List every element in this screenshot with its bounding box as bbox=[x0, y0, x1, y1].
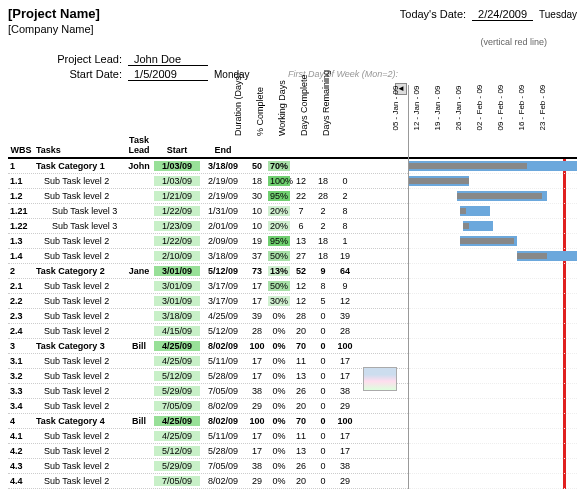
cell-duration[interactable]: 30 bbox=[246, 191, 268, 201]
cell-days-complete[interactable]: 0 bbox=[312, 311, 334, 321]
table-row[interactable]: 1.3Sub Task level 21/22/092/09/091995%13… bbox=[8, 234, 408, 249]
cell-duration[interactable]: 10 bbox=[246, 206, 268, 216]
table-row[interactable]: 3.1Sub Task level 24/25/095/11/09170%110… bbox=[8, 354, 408, 369]
cell-pct[interactable]: 0% bbox=[268, 401, 290, 411]
table-row[interactable]: 3Task Category 3Bill4/25/098/02/091000%7… bbox=[8, 339, 408, 354]
cell-days-complete[interactable]: 0 bbox=[312, 431, 334, 441]
cell-wbs[interactable]: 1.4 bbox=[8, 251, 34, 261]
cell-working[interactable]: 6 bbox=[290, 221, 312, 231]
cell-duration[interactable]: 18 bbox=[246, 176, 268, 186]
table-row[interactable]: 1Task Category 1John1/03/093/18/095070% bbox=[8, 159, 408, 174]
cell-days-remaining[interactable]: 17 bbox=[334, 446, 356, 456]
cell-start[interactable]: 7/05/09 bbox=[154, 401, 200, 411]
cell-days-remaining[interactable]: 1 bbox=[334, 236, 356, 246]
cell-end[interactable]: 3/17/09 bbox=[200, 296, 246, 306]
cell-wbs[interactable]: 4.4 bbox=[8, 476, 34, 486]
table-row[interactable]: 2.2Sub Task level 23/01/093/17/091730%12… bbox=[8, 294, 408, 309]
cell-days-complete[interactable]: 28 bbox=[312, 191, 334, 201]
table-row[interactable]: 2Task Category 2Jane3/01/095/12/097313%5… bbox=[8, 264, 408, 279]
cell-lead[interactable]: Bill bbox=[124, 341, 154, 351]
table-row[interactable]: 1.4Sub Task level 22/10/093/18/093750%27… bbox=[8, 249, 408, 264]
cell-end[interactable]: 5/28/09 bbox=[200, 446, 246, 456]
cell-task[interactable]: Task Category 4 bbox=[34, 416, 124, 426]
cell-end[interactable]: 2/09/09 bbox=[200, 236, 246, 246]
cell-task[interactable]: Sub Task level 2 bbox=[34, 356, 124, 366]
cell-days-remaining[interactable]: 29 bbox=[334, 401, 356, 411]
cell-wbs[interactable]: 1 bbox=[8, 161, 34, 171]
cell-start[interactable]: 3/01/09 bbox=[154, 266, 200, 276]
cell-duration[interactable]: 19 bbox=[246, 236, 268, 246]
cell-task[interactable]: Sub Task level 2 bbox=[34, 476, 124, 486]
cell-end[interactable]: 7/05/09 bbox=[200, 461, 246, 471]
cell-working[interactable]: 12 bbox=[290, 281, 312, 291]
cell-days-remaining[interactable]: 17 bbox=[334, 371, 356, 381]
cell-pct[interactable]: 0% bbox=[268, 341, 290, 351]
cell-pct[interactable]: 0% bbox=[268, 371, 290, 381]
cell-pct[interactable]: 0% bbox=[268, 386, 290, 396]
cell-end[interactable]: 2/19/09 bbox=[200, 191, 246, 201]
cell-task[interactable]: Sub Task level 2 bbox=[34, 176, 124, 186]
cell-task[interactable]: Sub Task level 2 bbox=[34, 401, 124, 411]
cell-start[interactable]: 4/15/09 bbox=[154, 326, 200, 336]
cell-end[interactable]: 8/02/09 bbox=[200, 341, 246, 351]
cell-end[interactable]: 5/12/09 bbox=[200, 326, 246, 336]
cell-days-remaining[interactable]: 19 bbox=[334, 251, 356, 261]
cell-end[interactable]: 8/02/09 bbox=[200, 416, 246, 426]
cell-wbs[interactable]: 2 bbox=[8, 266, 34, 276]
cell-lead[interactable]: Bill bbox=[124, 416, 154, 426]
cell-pct[interactable]: 0% bbox=[268, 446, 290, 456]
cell-start[interactable]: 5/29/09 bbox=[154, 461, 200, 471]
cell-end[interactable]: 1/31/09 bbox=[200, 206, 246, 216]
cell-days-complete[interactable]: 0 bbox=[312, 371, 334, 381]
cell-end[interactable]: 8/02/09 bbox=[200, 401, 246, 411]
cell-start[interactable]: 1/03/09 bbox=[154, 176, 200, 186]
cell-task[interactable]: Sub Task level 2 bbox=[34, 311, 124, 321]
cell-end[interactable]: 4/25/09 bbox=[200, 311, 246, 321]
cell-days-remaining[interactable]: 9 bbox=[334, 281, 356, 291]
cell-days-remaining[interactable]: 12 bbox=[334, 296, 356, 306]
cell-start[interactable]: 3/01/09 bbox=[154, 281, 200, 291]
cell-start[interactable]: 5/12/09 bbox=[154, 371, 200, 381]
cell-duration[interactable]: 38 bbox=[246, 386, 268, 396]
cell-days-complete[interactable]: 2 bbox=[312, 206, 334, 216]
cell-lead[interactable]: John bbox=[124, 161, 154, 171]
cell-days-remaining[interactable]: 39 bbox=[334, 311, 356, 321]
cell-days-complete[interactable]: 0 bbox=[312, 416, 334, 426]
cell-working[interactable]: 11 bbox=[290, 356, 312, 366]
cell-duration[interactable]: 29 bbox=[246, 476, 268, 486]
cell-start[interactable]: 3/18/09 bbox=[154, 311, 200, 321]
cell-duration[interactable]: 100 bbox=[246, 341, 268, 351]
table-row[interactable]: 2.4Sub Task level 24/15/095/12/09280%200… bbox=[8, 324, 408, 339]
cell-end[interactable]: 8/02/09 bbox=[200, 476, 246, 486]
cell-task[interactable]: Sub Task level 2 bbox=[34, 326, 124, 336]
cell-pct[interactable]: 0% bbox=[268, 416, 290, 426]
cell-days-complete[interactable]: 8 bbox=[312, 281, 334, 291]
project-lead-value[interactable]: John Doe bbox=[128, 53, 208, 66]
cell-days-remaining[interactable]: 29 bbox=[334, 476, 356, 486]
cell-working[interactable]: 52 bbox=[290, 266, 312, 276]
cell-wbs[interactable]: 1.3 bbox=[8, 236, 34, 246]
cell-working[interactable]: 22 bbox=[290, 191, 312, 201]
cell-wbs[interactable]: 3.3 bbox=[8, 386, 34, 396]
cell-task[interactable]: Sub Task level 2 bbox=[34, 191, 124, 201]
cell-days-remaining[interactable]: 28 bbox=[334, 326, 356, 336]
cell-task[interactable]: Sub Task level 2 bbox=[34, 251, 124, 261]
cell-working[interactable]: 13 bbox=[290, 446, 312, 456]
cell-days-complete[interactable]: 5 bbox=[312, 296, 334, 306]
table-row[interactable]: 3.2Sub Task level 25/12/095/28/09170%130… bbox=[8, 369, 408, 384]
cell-task[interactable]: Sub Task level 2 bbox=[34, 281, 124, 291]
table-row[interactable]: 2.1Sub Task level 23/01/093/17/091750%12… bbox=[8, 279, 408, 294]
cell-end[interactable]: 7/05/09 bbox=[200, 386, 246, 396]
cell-days-complete[interactable]: 0 bbox=[312, 326, 334, 336]
cell-days-complete[interactable]: 0 bbox=[312, 461, 334, 471]
today-date-value[interactable]: 2/24/2009 bbox=[472, 8, 533, 21]
cell-start[interactable]: 4/25/09 bbox=[154, 356, 200, 366]
cell-pct[interactable]: 50% bbox=[268, 251, 290, 261]
cell-duration[interactable]: 17 bbox=[246, 446, 268, 456]
cell-duration[interactable]: 17 bbox=[246, 431, 268, 441]
cell-duration[interactable]: 17 bbox=[246, 296, 268, 306]
table-row[interactable]: 1.2Sub Task level 21/21/092/19/093095%22… bbox=[8, 189, 408, 204]
cell-days-remaining[interactable]: 17 bbox=[334, 431, 356, 441]
cell-end[interactable]: 2/01/09 bbox=[200, 221, 246, 231]
cell-wbs[interactable]: 1.1 bbox=[8, 176, 34, 186]
